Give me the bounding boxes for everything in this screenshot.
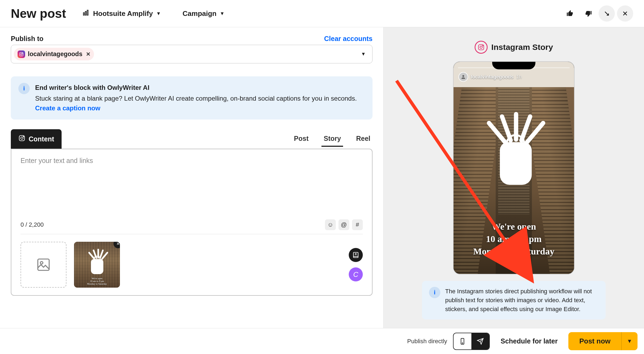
account-chip: localvintagegoods ×: [14, 48, 94, 60]
chevron-down-icon[interactable]: ▼: [357, 51, 370, 57]
emoji-button[interactable]: ☺: [325, 219, 336, 230]
add-media-button[interactable]: [21, 242, 66, 288]
preview-title: Instagram Story: [491, 43, 553, 52]
story-preview: localvintagegoods 1h We're open 10 am to…: [453, 61, 575, 274]
preview-info-text: The Instagram stories direct publishing …: [445, 287, 599, 314]
subtab-story[interactable]: Story: [321, 131, 343, 147]
svg-point-10: [40, 261, 43, 264]
header: New post Hootsuite Amplify ▼ Campaign ▼: [0, 0, 644, 27]
hashtag-button[interactable]: #: [352, 219, 363, 230]
mention-button[interactable]: @: [338, 219, 349, 230]
amplify-label: Hootsuite Amplify: [93, 9, 153, 18]
instagram-icon: [18, 50, 25, 58]
svg-point-7: [21, 137, 23, 139]
preview-username: localvintagegoods: [471, 74, 514, 80]
svg-point-8: [23, 136, 24, 137]
info-icon: i: [18, 83, 30, 94]
compose-panel: Publish to Clear accounts localvintagego…: [0, 27, 384, 331]
account-selector[interactable]: localvintagegoods × ▼: [11, 45, 373, 63]
create-caption-link[interactable]: Create a caption now: [35, 104, 100, 112]
chevron-down-icon: ▼: [156, 11, 161, 16]
svg-point-14: [462, 75, 464, 77]
preview-panel: Instagram Story localvintagegoods 1h: [384, 27, 644, 331]
media-thumbnail[interactable]: We're open10 am to 8 pmMonday to Saturda…: [74, 242, 120, 288]
media-library-button[interactable]: [349, 248, 363, 262]
publish-mode-toggle: [453, 333, 490, 350]
direct-mode-button[interactable]: [471, 333, 489, 349]
content-tab[interactable]: Content: [11, 129, 62, 149]
instagram-icon: [18, 135, 25, 143]
preview-time: 1h: [516, 74, 522, 80]
info-icon: i: [429, 287, 440, 298]
instagram-icon: [475, 41, 488, 54]
story-text: We're open 10 am to 8 pm Monday to Satur…: [454, 220, 574, 258]
svg-point-17: [462, 343, 463, 343]
amplify-dropdown[interactable]: Hootsuite Amplify ▼: [77, 6, 166, 22]
caption-input[interactable]: Enter your text and links: [11, 149, 372, 219]
page-title: New post: [11, 6, 66, 21]
avatar: [458, 72, 468, 82]
preview-info-card: i The Instagram stories direct publishin…: [422, 281, 606, 319]
close-button[interactable]: [617, 5, 633, 22]
footer: Publish directly Schedule for later Post…: [0, 328, 644, 354]
thumbs-up-button[interactable]: [562, 5, 578, 22]
svg-rect-1: [85, 11, 86, 15]
subtab-post[interactable]: Post: [292, 131, 311, 147]
account-name: localvintagegoods: [28, 50, 82, 58]
chevron-down-icon: ▼: [220, 11, 224, 16]
campaign-dropdown[interactable]: Campaign ▼: [177, 6, 230, 21]
svg-point-4: [21, 53, 22, 55]
post-now-button[interactable]: Post now: [568, 332, 621, 350]
amplify-icon: [82, 9, 90, 18]
thumbs-down-button[interactable]: [580, 5, 596, 22]
canva-button[interactable]: C: [349, 267, 363, 281]
svg-point-12: [480, 46, 482, 49]
svg-point-5: [22, 53, 23, 53]
schedule-later-button[interactable]: Schedule for later: [496, 337, 562, 345]
owlywriter-body: Stuck staring at a blank page? Let OwlyW…: [35, 95, 357, 102]
svg-rect-0: [83, 13, 85, 15]
post-now-group: Post now ▼: [568, 332, 638, 350]
thumb-caption: We're open10 am to 8 pmMonday to Saturda…: [74, 277, 120, 285]
campaign-label: Campaign: [183, 9, 217, 18]
svg-point-13: [482, 45, 483, 46]
remove-account-icon[interactable]: ×: [86, 50, 90, 58]
clear-accounts-link[interactable]: Clear accounts: [324, 35, 373, 43]
owlywriter-title: End writer's block with OwlyWriter AI: [35, 83, 365, 93]
svg-rect-2: [87, 10, 88, 15]
subtab-reel[interactable]: Reel: [354, 131, 373, 147]
post-editor: Enter your text and links 0 / 2,200 ☺ @ …: [11, 149, 373, 296]
owlywriter-card: i End writer's block with OwlyWriter AI …: [11, 76, 373, 120]
content-tab-label: Content: [29, 135, 54, 143]
minimize-button[interactable]: [599, 5, 615, 22]
publish-directly-label: Publish directly: [407, 338, 447, 345]
post-now-dropdown[interactable]: ▼: [621, 332, 638, 350]
svg-rect-9: [38, 259, 49, 270]
story-graphic: [485, 113, 545, 199]
mobile-mode-button[interactable]: [454, 333, 471, 349]
publish-to-label: Publish to: [11, 35, 43, 43]
char-count: 0 / 2,200: [21, 221, 44, 228]
